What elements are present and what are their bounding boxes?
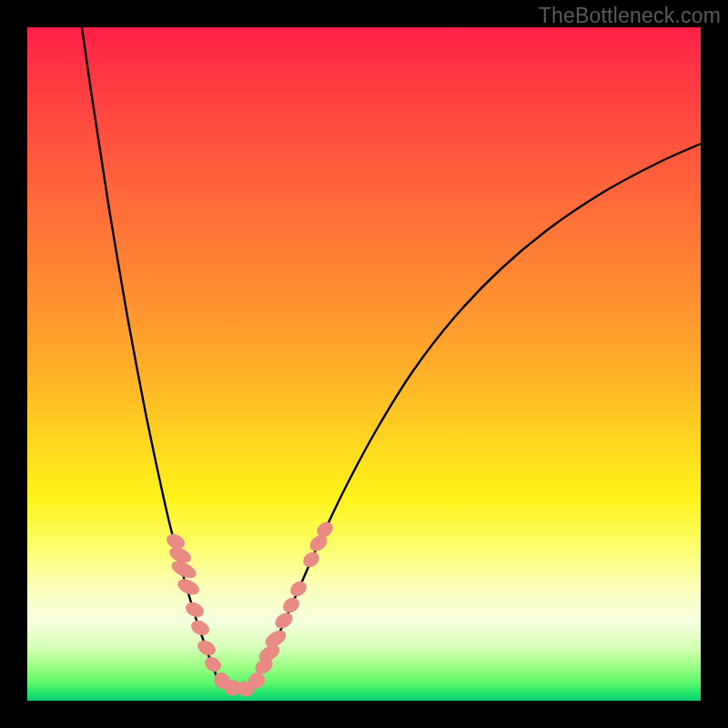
data-marker: [176, 577, 201, 598]
bottleneck-curve: [82, 27, 701, 691]
data-marker: [189, 618, 211, 637]
chart-frame: TheBottleneck.com: [0, 0, 728, 728]
data-marker: [184, 600, 206, 619]
watermark-text: TheBottleneck.com: [539, 4, 721, 28]
data-marker: [273, 611, 295, 632]
data-marker: [301, 550, 322, 570]
data-marker: [203, 654, 224, 673]
marker-group: [165, 520, 335, 698]
curve-svg: [27, 27, 701, 701]
data-marker: [288, 579, 309, 599]
plot-area: [27, 27, 701, 701]
curve-group: [82, 27, 701, 691]
data-marker: [196, 638, 217, 658]
data-marker: [281, 595, 302, 615]
